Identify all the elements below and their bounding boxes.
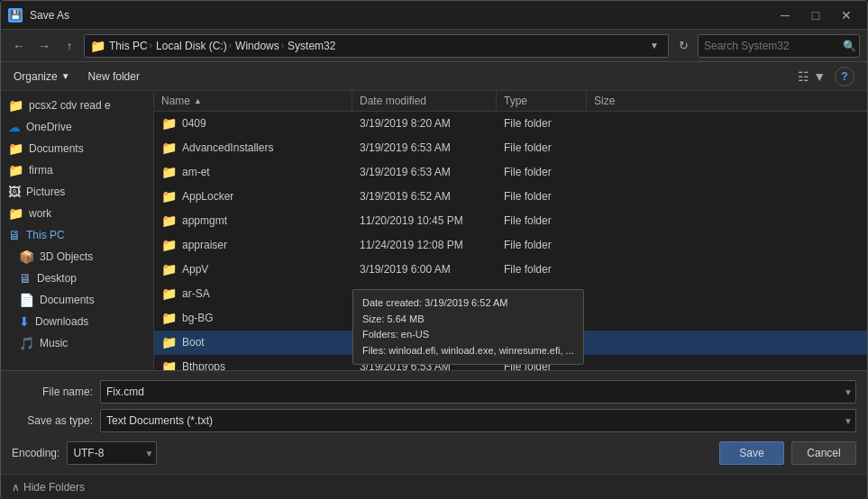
file-name-label: bg-BG <box>182 312 214 324</box>
save-as-dialog: 💾 Save As ─ □ ✕ ← → ↑ 📁 This PC › Local … <box>0 0 868 499</box>
chevron-icon-2: › <box>229 41 232 50</box>
address-bar[interactable]: 📁 This PC › Local Disk (C:) › Windows › … <box>84 34 669 58</box>
sidebar-item-thispc[interactable]: 🖥 This PC <box>1 224 153 246</box>
folder-icon: 📁 <box>161 213 177 228</box>
organize-chevron-icon: ▼ <box>61 71 70 81</box>
sidebar-item-downloads[interactable]: ⬇ Downloads <box>1 311 153 332</box>
help-button[interactable]: ? <box>835 67 854 86</box>
file-type-cell: File folder <box>497 260 587 278</box>
table-row[interactable]: 📁 Boot 12/13/2019 1:56 AM File folder <box>154 331 867 355</box>
forward-button[interactable]: → <box>33 35 55 57</box>
sidebar-item-firma[interactable]: 📁 firma <box>1 159 153 181</box>
table-row[interactable]: 📁 am-et 3/19/2019 6:53 AM File folder <box>154 160 867 185</box>
address-dropdown-button[interactable]: ▼ <box>646 41 662 50</box>
table-row[interactable]: 📁 Bthprops 3/19/2019 6:53 AM File folder <box>154 355 867 370</box>
new-folder-button[interactable]: New folder <box>83 67 145 86</box>
savetype-input-wrapper: ▼ <box>100 409 856 432</box>
sidebar-item-onedrive[interactable]: ☁ OneDrive <box>1 116 153 138</box>
hide-folders-bar: ∧ Hide Folders <box>1 474 867 499</box>
sidebar-item-3dobjects[interactable]: 📦 3D Objects <box>1 246 153 268</box>
file-size-cell <box>587 169 867 175</box>
sidebar-quickaccess-icon: 📁 <box>8 98 23 113</box>
encoding-label: Encoding: <box>12 447 59 459</box>
column-header-type[interactable]: Type <box>497 91 587 111</box>
file-date-cell: 3/19/2019 8:22 AM <box>352 309 497 327</box>
sidebar-item-music[interactable]: 🎵 Music <box>1 332 153 354</box>
close-button[interactable]: ✕ <box>833 6 860 24</box>
folder-icon: 📁 <box>161 238 177 252</box>
sort-icon: ▲ <box>194 96 202 105</box>
file-name-label: AdvancedInstallers <box>182 141 273 154</box>
table-row[interactable]: 📁 appraiser 11/24/2019 12:08 PM File fol… <box>154 233 867 258</box>
file-name-cell: 📁 0409 <box>154 113 352 133</box>
minimize-button[interactable]: ─ <box>772 6 799 24</box>
view-controls: ☷ ▼ ? <box>787 62 860 91</box>
table-row[interactable]: 📁 bg-BG 3/19/2019 8:22 AM File folder <box>154 306 867 331</box>
encoding-wrapper: UTF-8 UTF-16 LE UTF-16 BE ANSI ▼ <box>67 441 157 465</box>
up-button[interactable]: ↑ <box>59 35 80 57</box>
sidebar-item-pictures[interactable]: 🖼 Pictures <box>1 181 153 203</box>
title-bar: 💾 Save As ─ □ ✕ <box>1 1 867 30</box>
file-name-label: Boot <box>182 336 205 349</box>
sidebar-item-work[interactable]: 📁 work <box>1 203 153 224</box>
column-header-name[interactable]: Name ▲ <box>154 91 352 111</box>
file-name-label: ar-SA <box>182 287 210 300</box>
file-type-cell: File folder <box>497 114 587 132</box>
sidebar-pictures-icon: 🖼 <box>8 185 21 199</box>
savetype-input[interactable] <box>100 409 856 432</box>
file-size-cell <box>587 121 867 126</box>
view-toggle-button[interactable]: ☷ ▼ <box>792 66 831 87</box>
column-header-size[interactable]: Size <box>587 91 867 111</box>
file-type-cell: File folder <box>497 236 587 254</box>
file-name-cell: 📁 bg-BG <box>154 308 352 328</box>
sidebar-work-icon: 📁 <box>8 206 23 221</box>
file-size-cell <box>587 242 867 248</box>
hide-folders-button[interactable]: ∧ Hide Folders <box>12 481 85 494</box>
save-button[interactable]: Save <box>719 441 784 465</box>
file-name-label: appmgmt <box>182 214 227 227</box>
file-type-cell: File folder <box>497 309 587 327</box>
file-type-cell: File folder <box>497 163 587 181</box>
folder-icon: 📁 <box>161 359 177 370</box>
encoding-select[interactable]: UTF-8 UTF-16 LE UTF-16 BE ANSI <box>67 441 157 465</box>
folder-icon: 📁 <box>161 189 177 204</box>
sidebar-item-documents-quick[interactable]: 📁 Documents <box>1 138 153 159</box>
savetype-label: Save as type: <box>12 414 93 427</box>
file-type-cell: File folder <box>497 187 587 205</box>
file-type-cell: File folder <box>497 333 587 351</box>
file-name-cell: 📁 AdvancedInstallers <box>154 138 352 158</box>
search-input[interactable] <box>704 40 839 52</box>
file-size-cell <box>587 218 867 223</box>
folder-icon: 📁 <box>161 286 177 301</box>
file-name-label: AppV <box>182 263 208 276</box>
file-type-cell: File folder <box>497 358 587 370</box>
sidebar-documents-pc-icon: 📄 <box>19 293 34 307</box>
sidebar-item-documents-pc[interactable]: 📄 Documents <box>1 289 153 311</box>
table-row[interactable]: 📁 AdvancedInstallers 3/19/2019 6:53 AM F… <box>154 136 867 160</box>
table-row[interactable]: 📁 ar-SA 11/24/2019 12:08 PM File folder <box>154 282 867 306</box>
address-folder-icon: 📁 <box>90 39 105 53</box>
table-row[interactable]: 📁 AppV 3/19/2019 6:00 AM File folder <box>154 258 867 282</box>
filename-row: File name: ▼ <box>12 380 856 404</box>
table-row[interactable]: 📁 appmgmt 11/20/2019 10:45 PM File folde… <box>154 209 867 233</box>
file-name-label: AppLocker <box>182 190 233 203</box>
filename-input[interactable] <box>100 380 856 404</box>
sidebar-desktop-icon: 🖥 <box>19 271 32 286</box>
file-date-cell: 3/19/2019 6:53 AM <box>352 358 497 370</box>
bottom-panel: File name: ▼ Save as type: ▼ Encoding: U… <box>1 370 867 474</box>
cancel-button[interactable]: Cancel <box>791 441 856 465</box>
back-button[interactable]: ← <box>8 35 30 57</box>
search-box[interactable]: 🔍 <box>698 34 860 58</box>
refresh-button[interactable]: ↻ <box>672 35 694 57</box>
second-toolbar: Organize ▼ New folder ☷ ▼ ? <box>1 62 867 91</box>
sidebar-item-desktop[interactable]: 🖥 Desktop <box>1 268 153 289</box>
sidebar-item-quickaccess-folder[interactable]: 📁 pcsx2 cdv read e <box>1 95 153 116</box>
sidebar-thispc-icon: 🖥 <box>8 228 21 242</box>
maximize-button[interactable]: □ <box>802 6 829 24</box>
file-size-cell <box>587 267 867 272</box>
column-header-date[interactable]: Date modified <box>352 91 497 111</box>
table-row[interactable]: 📁 0409 3/19/2019 8:20 AM File folder <box>154 112 867 136</box>
folder-icon: 📁 <box>161 165 177 179</box>
table-row[interactable]: 📁 AppLocker 3/19/2019 6:52 AM File folde… <box>154 185 867 209</box>
organize-button[interactable]: Organize ▼ <box>8 67 76 86</box>
